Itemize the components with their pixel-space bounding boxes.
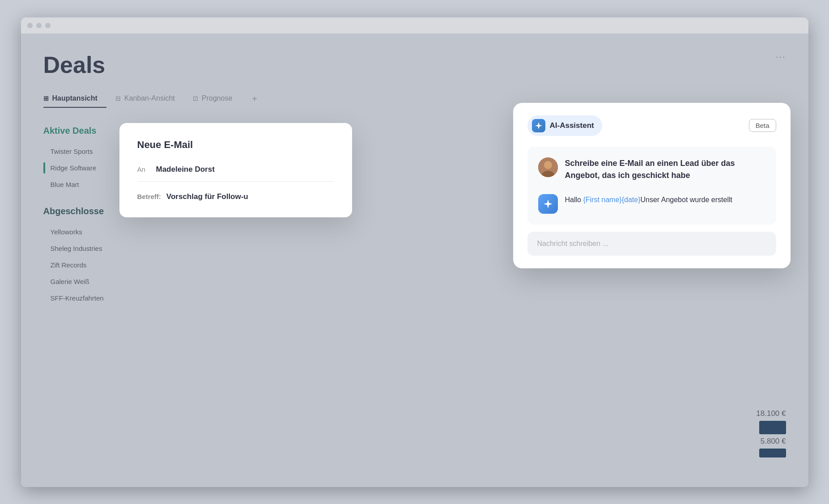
email-subject-label: Betreff: xyxy=(137,193,161,200)
ai-modal-header: AI-Assistent Beta xyxy=(527,115,776,136)
email-to-value: Madeleine Dorst xyxy=(156,165,215,174)
ai-badge-text: AI-Assistent xyxy=(550,121,594,130)
ai-response-suffix: Unser Angebot wurde erstellt xyxy=(641,196,732,203)
ai-response-icon xyxy=(538,194,558,214)
user-avatar-img xyxy=(538,157,558,177)
browser-dot-yellow xyxy=(36,23,42,28)
ai-variable-date: {date} xyxy=(622,196,641,203)
svg-point-1 xyxy=(544,161,552,169)
browser-titlebar xyxy=(21,17,808,34)
ai-message-area: Schreibe eine E-Mail an einen Lead über … xyxy=(527,147,776,224)
app-content: Deals ··· ⊞ Hauptansicht ⊟ Kanban-Ansich… xyxy=(21,34,808,487)
email-subject-row[interactable]: Betreff: Vorschlag für Follow-u xyxy=(137,189,334,201)
ai-response: Hallo {First name}{date}Unser Angebot wu… xyxy=(538,194,765,214)
email-to-row: An Madeleine Dorst xyxy=(137,165,334,182)
beta-badge: Beta xyxy=(749,119,776,132)
email-modal: Neue E-Mail An Madeleine Dorst Betreff: … xyxy=(119,123,352,217)
ai-input-field[interactable]: Nachricht schreiben ... xyxy=(527,232,776,256)
browser-window: Deals ··· ⊞ Hauptansicht ⊟ Kanban-Ansich… xyxy=(21,17,808,487)
ai-response-prefix: Hallo xyxy=(565,196,583,203)
email-to-label: An xyxy=(137,165,151,173)
ai-input-placeholder: Nachricht schreiben ... xyxy=(537,240,608,247)
browser-dot-green xyxy=(45,23,51,28)
user-message: Schreibe eine E-Mail an einen Lead über … xyxy=(538,157,765,182)
user-avatar xyxy=(538,157,558,177)
ai-variable-firstname: {First name} xyxy=(583,196,621,203)
email-modal-title: Neue E-Mail xyxy=(137,139,334,151)
ai-modal: AI-Assistent Beta xyxy=(513,103,791,268)
ai-sparkle-icon xyxy=(535,122,543,130)
ai-response-text: Hallo {First name}{date}Unser Angebot wu… xyxy=(565,194,732,206)
ai-badge-icon xyxy=(532,119,545,132)
browser-dot-red xyxy=(27,23,33,28)
user-message-text: Schreibe eine E-Mail an einen Lead über … xyxy=(565,157,765,182)
avatar-svg xyxy=(538,157,558,177)
ai-badge: AI-Assistent xyxy=(527,115,602,136)
ai-response-sparkle-icon xyxy=(543,199,553,209)
email-subject-value: Vorschlag für Follow-u xyxy=(166,192,248,201)
